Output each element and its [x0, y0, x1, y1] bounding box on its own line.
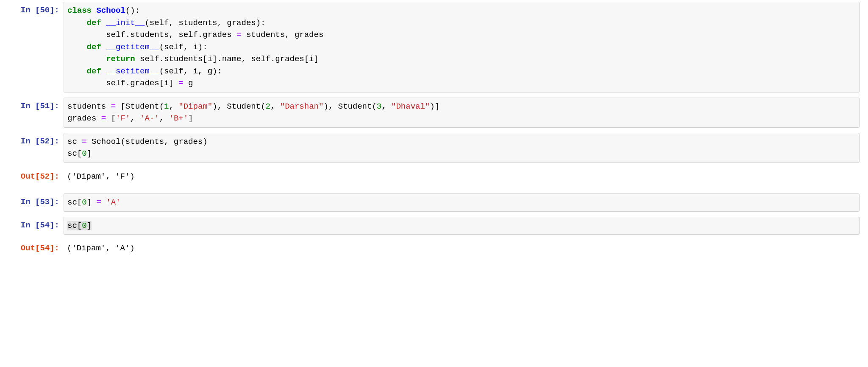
code-text: Student( [227, 102, 265, 111]
keyword-def: def [87, 42, 101, 52]
code-text: sc [67, 137, 82, 146]
code-text: (self, i): [159, 42, 208, 52]
code-text: : [135, 6, 140, 15]
keyword-class: class [67, 6, 92, 15]
function-name: __setitem__ [106, 67, 159, 76]
code-text [101, 198, 106, 207]
input-prompt: In [53]: [8, 193, 64, 208]
output-text: ('Dipam', 'F') [64, 168, 860, 185]
number-literal: 2 [266, 102, 270, 111]
code-text [67, 18, 87, 28]
output-prompt: Out[54]: [8, 240, 64, 255]
string-literal: "Dhaval" [391, 102, 430, 111]
input-prompt: In [54]: [8, 217, 64, 232]
code-text: ] [87, 221, 92, 230]
code-input-area[interactable]: students = [Student(1, "Dipam"), Student… [64, 98, 860, 128]
code-text: sc[ [67, 198, 82, 207]
keyword-def: def [87, 18, 101, 28]
code-text [67, 54, 106, 64]
code-text: grades [67, 114, 101, 123]
number-literal: 1 [164, 102, 169, 111]
keyword-def: def [87, 67, 101, 76]
code-text: Student( [338, 102, 377, 111]
code-cell: In [50]: class School(): def __init__(se… [8, 2, 860, 92]
code-text: () [125, 6, 135, 15]
string-literal: 'A' [106, 198, 120, 207]
string-literal: 'A-' [140, 114, 159, 123]
output-cell: Out[54]: ('Dipam', 'A') [8, 240, 860, 257]
string-literal: 'F' [116, 114, 130, 123]
code-text: [ [120, 102, 125, 111]
output-cell: Out[52]: ('Dipam', 'F') [8, 168, 860, 185]
code-input-area[interactable]: class School(): def __init__(self, stude… [64, 2, 860, 92]
code-text: , [381, 102, 391, 111]
output-prompt: Out[52]: [8, 168, 64, 183]
code-input-area[interactable]: sc[0] [64, 217, 860, 235]
code-cell: In [52]: sc = School(students, grades) s… [8, 133, 860, 163]
code-text [67, 67, 87, 76]
code-text: ) [212, 102, 217, 111]
code-text: , [270, 102, 280, 111]
code-text: Student( [125, 102, 164, 111]
code-text: , [130, 114, 140, 123]
code-text: , [328, 102, 338, 111]
code-text [116, 102, 120, 111]
operator: = [96, 198, 101, 207]
code-text: self.students, self.grades [106, 30, 236, 39]
class-name: School [96, 6, 125, 15]
code-text [106, 114, 111, 123]
code-text: ) [323, 102, 328, 111]
code-text: ] [435, 102, 440, 111]
operator: = [178, 78, 183, 88]
code-cell: In [53]: sc[0] = 'A' [8, 193, 860, 212]
input-prompt: In [51]: [8, 98, 64, 112]
code-text: [ [111, 114, 116, 123]
code-cell: In [51]: students = [Student(1, "Dipam")… [8, 98, 860, 128]
code-text: sc[ [67, 221, 82, 230]
code-text: ] [188, 114, 193, 123]
number-literal: 0 [82, 198, 86, 207]
keyword-return: return [106, 54, 135, 64]
string-literal: "Darshan" [280, 102, 324, 111]
code-input-area[interactable]: sc[0] = 'A' [64, 193, 860, 212]
number-literal: 0 [82, 221, 86, 230]
string-literal: 'B+' [169, 114, 189, 123]
code-text: , [159, 114, 169, 123]
code-text: sc[ [67, 149, 82, 158]
code-text: ] [87, 198, 97, 207]
operator: = [111, 102, 116, 111]
code-text: self.students[i].name, self.grades[i] [135, 54, 319, 64]
function-name: __getitem__ [106, 42, 159, 52]
input-prompt: In [52]: [8, 133, 64, 148]
function-name: __init__ [106, 18, 145, 28]
code-cell: In [54]: sc[0] [8, 217, 860, 235]
highlighted-code: sc[0] [67, 221, 92, 230]
code-text: School(students, grades) [87, 137, 208, 146]
string-literal: "Dipam" [178, 102, 212, 111]
code-text: (self, i, g): [159, 67, 222, 76]
code-text: , [217, 102, 227, 111]
operator: = [82, 137, 86, 146]
code-text: g [184, 78, 193, 88]
code-text: self.grades[i] [106, 78, 178, 88]
input-prompt: In [50]: [8, 2, 64, 17]
code-text: students [67, 102, 111, 111]
code-text: (self, students, grades): [145, 18, 265, 28]
code-text: ) [430, 102, 434, 111]
operator: = [101, 114, 106, 123]
number-literal: 0 [82, 149, 86, 158]
number-literal: 3 [377, 102, 381, 111]
code-text: , [169, 102, 178, 111]
code-text [67, 42, 87, 52]
code-text: students, grades [241, 30, 323, 39]
code-text [67, 30, 106, 39]
operator: = [236, 30, 241, 39]
output-text: ('Dipam', 'A') [64, 240, 860, 257]
code-text: ] [87, 149, 92, 158]
code-text [67, 78, 106, 88]
code-input-area[interactable]: sc = School(students, grades) sc[0] [64, 133, 860, 163]
